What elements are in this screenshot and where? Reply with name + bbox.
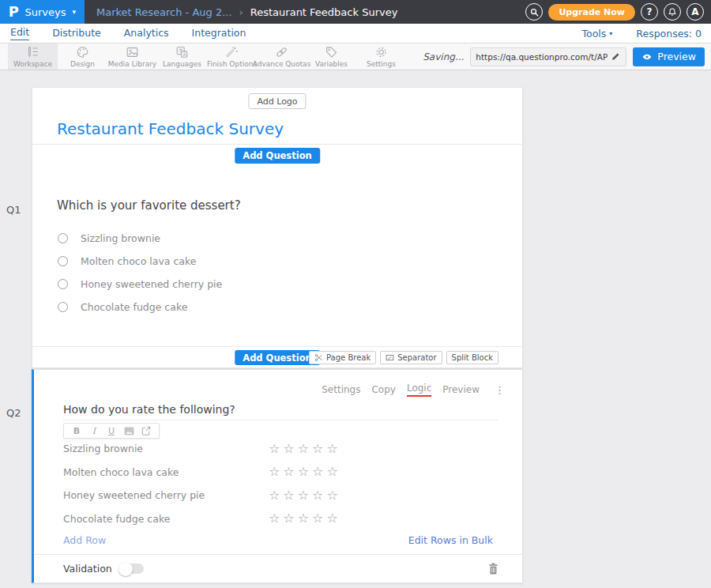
toolbar-item-variables[interactable]: Variables — [307, 43, 356, 70]
toolbar-item-finish-options[interactable]: Finish Options — [207, 43, 257, 70]
add-logo-button[interactable]: Add Logo — [248, 93, 306, 109]
toolbar-item-label: Workspace — [13, 60, 52, 68]
radio-button-icon[interactable] — [58, 279, 68, 289]
surveys-dropdown-label[interactable]: Surveys — [24, 6, 66, 18]
question-2-text[interactable]: How do you rate the following? — [63, 403, 235, 416]
rating-row-label[interactable]: Sizzling brownie — [63, 443, 143, 454]
insert-link-button[interactable] — [137, 426, 155, 435]
responses-count[interactable]: Responses: 0 — [636, 28, 702, 40]
answer-option-row[interactable]: Chocolate fudge cake — [58, 296, 222, 318]
share-url-field[interactable] — [470, 47, 626, 66]
search-button[interactable] — [525, 3, 543, 21]
bold-button[interactable]: B — [68, 426, 85, 436]
question-menu-logic[interactable]: Logic — [407, 383, 431, 397]
separator-button[interactable]: Separator — [380, 351, 442, 364]
answer-option-label[interactable]: Molten choco lava cake — [81, 255, 197, 267]
edit-pencil-icon[interactable] — [611, 51, 621, 62]
answer-option-row[interactable]: Sizzling brownie — [58, 227, 222, 250]
edit-rows-in-bulk-link[interactable]: Edit Rows in Bulk — [408, 534, 493, 546]
question-menu-preview[interactable]: Preview — [442, 384, 480, 395]
tab-integration[interactable]: Integration — [192, 27, 246, 40]
surveys-menu[interactable]: P Surveys ▾ — [0, 0, 85, 24]
insert-image-button[interactable] — [120, 427, 137, 435]
account-avatar[interactable]: A — [687, 3, 704, 21]
toolbar-item-media-library[interactable]: Media Library — [107, 43, 157, 70]
toolbar-item-design[interactable]: Design — [58, 43, 107, 70]
languages-icon: A — [175, 45, 190, 59]
topbar-actions: Upgrade Now ? A — [525, 3, 711, 21]
rating-row-label[interactable]: Honey sweetened cherry pie — [63, 489, 205, 501]
add-row-link[interactable]: Add Row — [63, 534, 106, 546]
upgrade-now-button[interactable]: Upgrade Now — [548, 4, 635, 21]
answer-option-row[interactable]: Honey sweetened cherry pie — [58, 273, 222, 296]
toolbar-item-languages[interactable]: A Languages — [157, 43, 207, 70]
help-button[interactable]: ? — [641, 3, 658, 21]
question-text-underline — [63, 420, 498, 420]
question-menu-copy[interactable]: Copy — [371, 384, 395, 395]
share-url-input[interactable] — [476, 52, 608, 62]
star-rating[interactable]: ☆☆☆☆☆ — [269, 443, 341, 455]
section-nav: Edit Distribute Analytics Integration To… — [0, 24, 711, 43]
question-footer: Validation — [34, 554, 522, 582]
star-rating[interactable]: ☆☆☆☆☆ — [269, 466, 341, 478]
toolbar-right: Saving... Preview — [423, 43, 711, 70]
settings-icon — [374, 45, 389, 59]
breadcrumb: Market Research - Aug 2... › Restaurant … — [96, 6, 397, 18]
breadcrumb-survey-name: Restaurant Feedback Survey — [250, 6, 398, 18]
media-library-icon — [125, 45, 140, 59]
radio-button-icon[interactable] — [58, 256, 68, 266]
star-rating[interactable]: ☆☆☆☆☆ — [269, 512, 341, 525]
star-rating[interactable]: ☆☆☆☆☆ — [269, 489, 341, 502]
toolbar-item-label: Finish Options — [207, 60, 257, 68]
survey-title[interactable]: Restaurant Feedback Survey — [57, 119, 284, 138]
toolbar-item-advance-quotas[interactable]: Advance Quotas — [257, 43, 307, 70]
block-footer: Add Question Page Break Separator — [32, 346, 522, 368]
answer-option-label[interactable]: Sizzling brownie — [81, 232, 160, 244]
question-menu-settings[interactable]: Settings — [322, 384, 360, 395]
toolbar-item-label: Media Library — [108, 60, 156, 68]
preview-label: Preview — [657, 51, 696, 62]
trash-icon — [488, 563, 498, 575]
validation-toggle[interactable] — [120, 564, 144, 574]
add-question-button-bottom[interactable]: Add Question — [235, 350, 320, 365]
tab-edit[interactable]: Edit — [10, 26, 29, 40]
toolbar-item-settings[interactable]: Settings — [356, 43, 406, 70]
tools-label: Tools — [582, 28, 607, 40]
radio-button-icon[interactable] — [58, 302, 68, 312]
tab-analytics[interactable]: Analytics — [124, 27, 169, 40]
validation-label: Validation — [63, 563, 112, 575]
tab-distribute[interactable]: Distribute — [52, 27, 101, 40]
question-mark-icon: ? — [647, 6, 653, 17]
question-1-text[interactable]: Which is your favorite dessert? — [57, 198, 241, 213]
breadcrumb-folder[interactable]: Market Research - Aug 2... — [96, 6, 232, 18]
delete-question-button[interactable] — [488, 563, 498, 575]
rating-row-label[interactable]: Chocolate fudge cake — [63, 513, 170, 525]
edit-toolbar: Workspace Design Media Library — [0, 43, 711, 70]
underline-button[interactable]: U — [103, 426, 120, 436]
split-block-button[interactable]: Split Block — [446, 351, 498, 364]
page-break-button[interactable]: Page Break — [309, 351, 376, 364]
toolbar-item-label: Advance Quotas — [253, 60, 311, 68]
tools-menu[interactable]: Tools ▾ — [582, 28, 613, 40]
rating-row: Molten choco lava cake ☆☆☆☆☆ — [63, 461, 498, 484]
answer-option-label[interactable]: Honey sweetened cherry pie — [81, 278, 222, 290]
notifications-button[interactable] — [664, 3, 681, 21]
italic-button[interactable]: I — [85, 426, 103, 436]
add-question-button-top[interactable]: Add Question — [235, 148, 320, 164]
questionpro-logo-icon[interactable]: P — [9, 4, 19, 20]
top-bar: P Surveys ▾ Market Research - Aug 2... ›… — [0, 0, 711, 24]
answer-option-label[interactable]: Chocolate fudge cake — [81, 301, 187, 313]
answer-option-row[interactable]: Molten choco lava cake — [58, 250, 222, 273]
page-break-label: Page Break — [326, 353, 371, 362]
header-divider — [32, 144, 522, 145]
rating-row-label[interactable]: Molten choco lava cake — [63, 466, 179, 478]
preview-button[interactable]: Preview — [633, 47, 705, 66]
image-icon — [124, 427, 134, 435]
radio-button-icon[interactable] — [58, 233, 68, 243]
more-options-icon[interactable]: ⋮ — [495, 384, 505, 396]
chevron-down-icon: ▾ — [609, 30, 612, 37]
toolbar-item-workspace[interactable]: Workspace — [8, 43, 58, 70]
separator-label: Separator — [397, 353, 436, 362]
finish-options-icon — [224, 45, 239, 59]
question-1-side-label: Q1 — [6, 204, 21, 216]
